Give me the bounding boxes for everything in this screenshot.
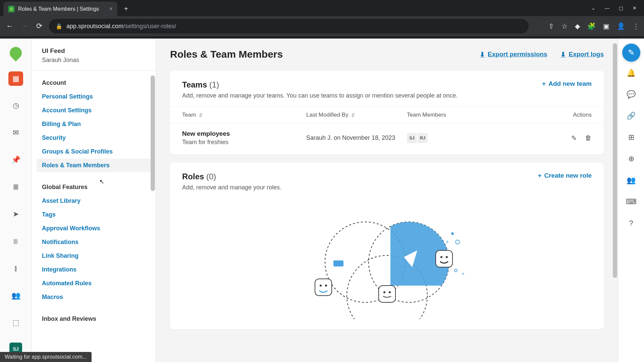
bell-icon[interactable]: 🔔 [627, 69, 636, 77]
roles-card: Roles (0) Add, remove and manage your ro… [170, 163, 604, 329]
status-bar: Waiting for app.sproutsocial.com... [0, 352, 92, 362]
rail-item-inbox[interactable]: ✉ [8, 126, 23, 140]
roles-card-header: Roles (0) Add, remove and manage your ro… [170, 163, 604, 198]
help-icon[interactable]: ? [629, 219, 633, 228]
svg-rect-14 [333, 260, 343, 266]
add-team-button[interactable]: + Add new team [542, 80, 592, 87]
sidebar-item-automated-rules[interactable]: Automated Rules [37, 277, 151, 290]
th-team[interactable]: Team ⇵ [182, 112, 306, 118]
member-chip[interactable]: RJ [418, 133, 428, 143]
delete-icon[interactable]: 🗑 [585, 134, 592, 142]
forward-button[interactable]: → [19, 22, 30, 31]
rail-item-people[interactable]: 👥 [8, 288, 23, 303]
sidebar-item-notifications[interactable]: Notifications [37, 235, 151, 249]
section-title-account: Account [37, 77, 151, 90]
rail-item-send[interactable]: ➤ [8, 207, 23, 222]
keyboard-icon[interactable]: ⌨ [626, 197, 637, 206]
roles-desc: Add, remove and manage your roles. [182, 184, 281, 191]
rail-item-feed[interactable]: ≣ [8, 180, 23, 194]
sidebar-item-personal-settings[interactable]: Personal Settings [37, 90, 151, 104]
sidebar-item-roles[interactable]: Roles & Team Members [37, 159, 151, 172]
tabs-dropdown-icon[interactable]: ⌄ [591, 5, 595, 11]
reload-button[interactable]: ⟳ [34, 22, 44, 31]
maximize-icon[interactable]: ▢ [619, 5, 623, 11]
close-window-icon[interactable]: ✕ [633, 5, 637, 11]
teams-card: Teams (1) Add, remove and manage your te… [170, 71, 604, 155]
svg-rect-5 [315, 279, 332, 296]
section-title-global: Global Features [37, 181, 151, 194]
sidebar-item-integrations[interactable]: Integrations [37, 263, 151, 277]
favicon-icon [8, 6, 15, 12]
browser-tab[interactable]: Roles & Team Members | Settings × [3, 2, 117, 16]
back-button[interactable]: ← [5, 22, 15, 31]
icon-rail: ▦ ◷ ✉ 📌 ≣ ➤ ⫼ ⫿ 👥 ⬚ SJ [0, 39, 32, 362]
teams-desc: Add, remove and manage your teams. You c… [182, 92, 458, 99]
teams-count: (1) [209, 80, 219, 89]
sidebar-item-security[interactable]: Security [37, 131, 151, 145]
member-chip[interactable]: SJ [407, 133, 417, 143]
sidebar-scrollbar[interactable] [150, 39, 156, 362]
people-icon[interactable]: 👥 [627, 176, 636, 185]
rail-item-listening[interactable]: ⫼ [8, 234, 23, 248]
export-permissions-link[interactable]: ⬇ Export permissions [480, 51, 547, 58]
extensions-icon[interactable]: 🧩 [587, 22, 596, 30]
th-actions-label: Actions [573, 112, 592, 118]
roles-title-text: Roles [182, 172, 204, 181]
bookmark-icon[interactable]: ☆ [561, 22, 568, 30]
sidebar-item-approval[interactable]: Approval Workflows [37, 222, 151, 235]
th-members: Team Members [407, 112, 528, 118]
team-members: SJ RJ [407, 133, 528, 143]
sidebar-item-account-settings[interactable]: Account Settings [37, 104, 151, 117]
team-desc: Team for freshies [182, 139, 306, 146]
section-title-inbox: Inbox and Reviews [37, 313, 151, 326]
menu-icon[interactable]: ⋮ [633, 22, 639, 30]
main-scrollbar-thumb[interactable] [613, 43, 617, 278]
url-host: app.sproutsocial.com [66, 23, 123, 29]
settings-sidebar: UI Feed Sarauh Jonas Account Personal Se… [32, 39, 156, 362]
add-panel-icon[interactable]: ⊕ [628, 155, 634, 163]
close-tab-icon[interactable]: × [109, 5, 113, 12]
sidebar-item-link-sharing[interactable]: Link Sharing [37, 249, 151, 263]
sidebar-item-tags[interactable]: Tags [37, 208, 151, 222]
scrollbar-thumb[interactable] [151, 75, 155, 191]
sort-icon: ⇵ [351, 113, 355, 118]
rail-item-reports[interactable]: ⫿ [8, 261, 23, 276]
minimize-icon[interactable]: — [605, 5, 609, 11]
side-panel-icon[interactable]: ▣ [603, 22, 609, 30]
link-icon[interactable]: 🔗 [627, 112, 636, 120]
svg-rect-11 [436, 250, 452, 267]
teams-table-header: Team ⇵ Last Modified By ⇵ Team Members A… [170, 107, 604, 123]
sidebar-item-groups[interactable]: Groups & Social Profiles [37, 145, 151, 159]
th-team-label: Team [182, 112, 196, 118]
url-input[interactable]: 🔒 app.sproutsocial.com/settings/user-rol… [49, 19, 529, 34]
user-name: Sarauh Jonas [42, 57, 146, 64]
rail-item-pin[interactable]: 📌 [8, 153, 23, 167]
export-logs-link[interactable]: ⬇ Export logs [560, 51, 604, 58]
download-icon: ⬇ [560, 51, 566, 58]
sidebar-item-macros[interactable]: Macros [37, 290, 151, 304]
profile-icon[interactable]: 👤 [617, 22, 625, 30]
svg-point-15 [451, 232, 454, 235]
rail-item-box[interactable]: ⬚ [8, 315, 23, 330]
th-actions: Actions [528, 112, 592, 118]
create-role-button[interactable]: + Create new role [538, 172, 592, 179]
empty-state-illustration: + + [303, 208, 471, 319]
th-modified[interactable]: Last Modified By ⇵ [306, 112, 407, 118]
new-tab-button[interactable]: + [124, 5, 128, 13]
grid-icon[interactable]: ⊞ [628, 133, 634, 142]
teams-title-text: Teams [182, 80, 207, 89]
sprout-logo-icon[interactable] [10, 47, 22, 59]
chat-icon[interactable]: 💬 [627, 90, 636, 99]
roles-title: Roles (0) [182, 172, 281, 181]
rail-item-compass[interactable]: ◷ [8, 99, 23, 113]
plus-icon: + [538, 172, 541, 179]
compose-button[interactable]: ✎ [622, 44, 640, 62]
share-icon[interactable]: ⇧ [548, 22, 554, 30]
rail-item-dashboard[interactable]: ▦ [8, 71, 23, 86]
main-scrollbar[interactable] [612, 39, 618, 362]
lock-icon: 🔒 [56, 23, 62, 29]
sidebar-item-asset-library[interactable]: Asset Library [37, 194, 151, 208]
sidebar-item-billing[interactable]: Billing & Plan [37, 117, 151, 131]
extension-icon[interactable]: ◆ [575, 22, 580, 30]
edit-icon[interactable]: ✎ [571, 134, 577, 142]
